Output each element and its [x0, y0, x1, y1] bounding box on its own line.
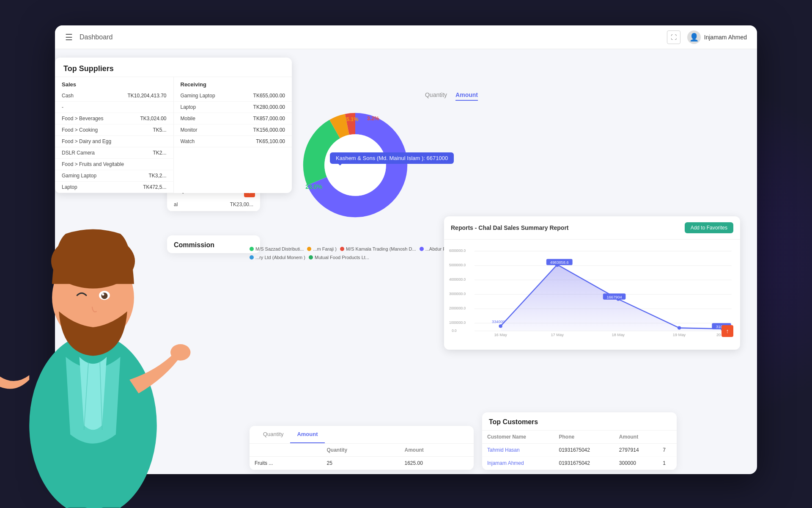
- svg-text:6000000.0: 6000000.0: [449, 249, 466, 253]
- col-header: [250, 444, 321, 457]
- user-menu[interactable]: 👤 Injamam Ahmed: [687, 30, 747, 44]
- list-item: Watch TK65,100.00: [174, 136, 292, 147]
- list-item: Gaming Laptop TK3,2...: [55, 170, 173, 182]
- svg-text:16 May: 16 May: [494, 333, 507, 337]
- legend-dot: [309, 255, 313, 260]
- receiving-column: Receiving Gaming Laptop TK655,000.00 Lap…: [174, 77, 292, 193]
- bottom-section: Quantity Amount Quantity Amount Fruits .…: [250, 426, 474, 470]
- list-item: Laptop TK280,000.00: [174, 102, 292, 113]
- svg-text:1667904: 1667904: [607, 295, 622, 299]
- sales-header: Sales: [55, 77, 173, 90]
- col-header-quantity: Quantity: [321, 444, 399, 457]
- tab-amount-bottom[interactable]: Amount: [290, 426, 324, 443]
- customer-link[interactable]: Injamam Ahmed: [487, 460, 524, 466]
- table-row: Fruits ... 25 1625.00: [250, 457, 474, 470]
- svg-text:3.2%: 3.2%: [367, 116, 379, 121]
- customer-link[interactable]: Tahmid Hasan: [487, 447, 520, 453]
- dashboard-card: ☰ Dashboard ⛶ 👤 Injamam Ahmed Top Suppli…: [55, 25, 757, 474]
- add-to-favorites-button[interactable]: Add to Favorites: [685, 222, 733, 233]
- col-rank: [658, 431, 677, 444]
- list-item: al TK23,00...: [167, 198, 260, 211]
- legend-item: ...m Faraji ): [307, 246, 337, 251]
- list-item: Laptop TK472,5...: [55, 182, 173, 193]
- bottom-tabs: Quantity Amount: [250, 426, 474, 444]
- customers-table: Customer Name Phone Amount Tahmid Hasan …: [482, 431, 677, 470]
- navbar: ☰ Dashboard ⛶ 👤 Injamam Ahmed: [55, 25, 757, 49]
- list-item: Food > Dairy and Egg: [55, 136, 173, 147]
- col-customer-name: Customer Name: [482, 431, 554, 444]
- legend-item: Mutual Food Products Lt...: [309, 255, 369, 260]
- list-item: Food > Beverages TK3,024.00: [55, 113, 173, 124]
- svg-text:19 May: 19 May: [673, 333, 686, 337]
- main-content: Top Suppliers Sales Cash TK10,204,413.70…: [55, 49, 757, 474]
- user-name: Injamam Ahmed: [704, 34, 747, 41]
- list-item: Monitor TK156,000.00: [174, 124, 292, 136]
- menu-icon[interactable]: ☰: [65, 32, 73, 42]
- fullscreen-button[interactable]: ⛶: [667, 30, 680, 44]
- list-item: Food > Cooking TK5...: [55, 124, 173, 136]
- donut-tooltip: Kashem & Sons (Md. Mainul Islam ): 66710…: [330, 152, 454, 164]
- receiving-header: Receiving: [174, 77, 292, 90]
- legend-item: M/S Sazzad Distributi...: [250, 246, 304, 251]
- svg-text:0.0: 0.0: [452, 329, 457, 333]
- legend-dot: [340, 247, 344, 251]
- list-item: Food > Fruits and Vegitable: [55, 159, 173, 170]
- chart-scroll-button[interactable]: ↑: [721, 325, 733, 337]
- svg-point-4: [324, 134, 386, 196]
- col-phone: Phone: [554, 431, 614, 444]
- donut-chart-wrapper: 68.6% 23.0% 5.1% 3.2% Kashem & Sons (Md.…: [296, 106, 431, 241]
- reports-card: Reports - Chal Dal Sales Summary Report …: [444, 216, 740, 350]
- suppliers-content: Sales Cash TK10,204,413.70 - Food > Beve…: [55, 77, 292, 193]
- fullscreen-icon: ⛶: [671, 34, 677, 41]
- svg-text:2000000.0: 2000000.0: [449, 306, 466, 310]
- svg-text:18 May: 18 May: [612, 333, 625, 337]
- svg-text:334000: 334000: [492, 320, 505, 324]
- donut-svg: 68.6% 23.0% 5.1% 3.2%: [296, 106, 414, 224]
- svg-point-27: [678, 326, 681, 329]
- legend-item: M/S Kamala Trading (Manosh D...: [340, 246, 416, 251]
- commission-card: Commission: [167, 235, 260, 253]
- tab-amount[interactable]: Amount: [455, 91, 478, 101]
- list-item: -: [55, 102, 173, 113]
- avatar: 👤: [687, 30, 701, 44]
- legend-item: ...ry Ltd (Abdul Monem ): [250, 255, 305, 260]
- tab-quantity[interactable]: Quantity: [425, 91, 447, 101]
- col-header-amount: Amount: [399, 444, 474, 457]
- list-item: Mobile TK857,000.00: [174, 113, 292, 124]
- donut-legend: M/S Sazzad Distributi... ...m Faraji ) M…: [250, 246, 478, 260]
- svg-text:17 May: 17 May: [551, 333, 564, 337]
- commission-title: Commission: [167, 235, 260, 253]
- customers-title: Top Customers: [482, 412, 677, 431]
- svg-text:5000000.0: 5000000.0: [449, 263, 466, 267]
- table-row: Tahmid Hasan 01931675042 2797914 7: [482, 444, 677, 457]
- customers-card: Top Customers Customer Name Phone Amount…: [482, 412, 677, 470]
- list-item: Gaming Laptop TK655,000.00: [174, 90, 292, 102]
- svg-point-24: [499, 324, 502, 328]
- legend-dot: [307, 247, 311, 251]
- reports-header: Reports - Chal Dal Sales Summary Report …: [444, 216, 740, 240]
- list-item: DSLR Camera TK2...: [55, 147, 173, 159]
- svg-text:23.0%: 23.0%: [305, 183, 322, 190]
- list-item: Cash TK10,204,413.70: [55, 90, 173, 102]
- reports-title: Reports - Chal Dal Sales Summary Report: [451, 224, 569, 231]
- suppliers-title: Top Suppliers: [55, 58, 292, 77]
- svg-text:1000000.0: 1000000.0: [449, 321, 466, 325]
- svg-text:4983858.6: 4983858.6: [550, 260, 569, 265]
- svg-text:4000000.0: 4000000.0: [449, 278, 466, 282]
- col-amount: Amount: [614, 431, 658, 444]
- line-chart-svg: 6000000.0 5000000.0 4000000.0 3000000.0 …: [448, 244, 736, 337]
- tab-quantity-bottom[interactable]: Quantity: [256, 426, 290, 443]
- svg-text:5.1%: 5.1%: [346, 116, 359, 122]
- suppliers-card: Top Suppliers Sales Cash TK10,204,413.70…: [55, 58, 292, 193]
- legend-dot: [250, 255, 254, 260]
- bottom-table: Quantity Amount Fruits ... 25 1625.00: [250, 444, 474, 470]
- svg-text:3000000.0: 3000000.0: [449, 292, 466, 296]
- navbar-title: Dashboard: [80, 33, 667, 41]
- legend-dot: [420, 247, 424, 251]
- table-row: Injamam Ahmed 01931675042 300000 1: [482, 457, 677, 470]
- reports-chart: 6000000.0 5000000.0 4000000.0 3000000.0 …: [444, 240, 740, 350]
- sales-column: Sales Cash TK10,204,413.70 - Food > Beve…: [55, 77, 173, 193]
- legend-dot: [250, 247, 254, 251]
